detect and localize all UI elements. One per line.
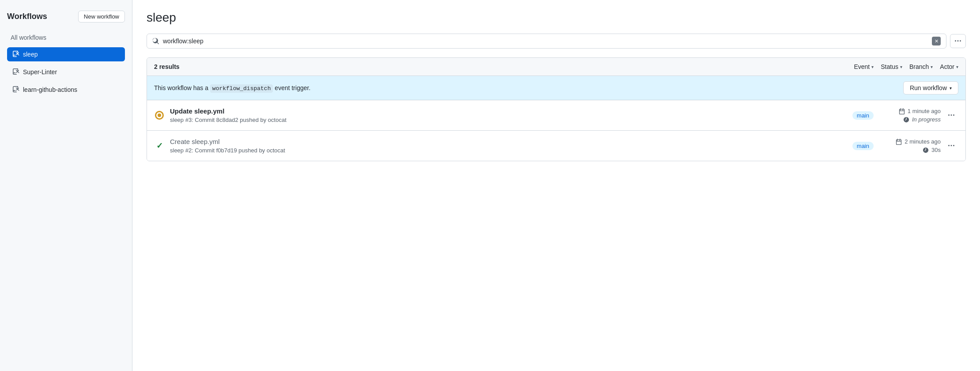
run-time-label: 1 minute ago — [908, 108, 941, 114]
sidebar-item-super-linter[interactable]: Super-Linter — [7, 65, 125, 79]
results-container: 2 results Event ▾ Status ▾ Branch ▾ Acto… — [147, 57, 966, 161]
event-filter-button[interactable]: Event ▾ — [854, 63, 874, 70]
dispatch-text: This workflow has a workflow_dispatch ev… — [154, 84, 310, 92]
sidebar-item-learn-github-actions-label: learn-github-actions — [23, 86, 77, 93]
status-filter-chevron: ▾ — [900, 64, 902, 69]
run-meta: 2 minutes ago 30s — [879, 138, 941, 153]
run-title: Update sleep.yml — [170, 107, 847, 115]
run-title: Create sleep.yml — [170, 138, 847, 145]
in-progress-ring — [155, 111, 164, 120]
actor-filter-chevron: ▾ — [956, 64, 958, 69]
status-filter-label: Status — [881, 63, 898, 70]
sidebar-header: Workflows New workflow — [7, 11, 125, 23]
sidebar-item-sleep[interactable]: sleep — [7, 47, 125, 61]
run-time: 2 minutes ago — [896, 138, 941, 145]
search-icon — [152, 38, 159, 45]
run-subtitle: sleep #3: Commit 8c8dad2 pushed by octoc… — [170, 117, 847, 123]
run-time: 1 minute ago — [899, 108, 941, 114]
run-duration: 30s — [923, 147, 941, 153]
sidebar: Workflows New workflow All workflows sle… — [0, 0, 132, 371]
clock-icon — [903, 117, 909, 123]
status-icon-in-progress — [154, 110, 165, 121]
dispatch-code: workflow_dispatch — [210, 84, 273, 93]
run-status-label: In progress — [912, 116, 941, 123]
workflow-icon — [12, 86, 19, 93]
search-input[interactable] — [163, 38, 928, 45]
results-header: 2 results Event ▾ Status ▾ Branch ▾ Acto… — [147, 58, 965, 76]
dispatch-banner: This workflow has a workflow_dispatch ev… — [147, 76, 965, 100]
run-item[interactable]: ✓ Create sleep.yml sleep #2: Commit f0b7… — [147, 131, 965, 161]
run-status-text: In progress — [903, 116, 941, 123]
run-subtitle: sleep #2: Commit f0b7d19 pushed by octoc… — [170, 147, 847, 154]
run-more-button[interactable] — [944, 140, 958, 151]
branch-filter-button[interactable]: Branch ▾ — [909, 63, 933, 70]
search-clear-button[interactable]: ✕ — [932, 37, 941, 45]
calendar-icon — [899, 108, 905, 114]
branch-filter-chevron: ▾ — [931, 64, 933, 69]
calendar-icon — [896, 139, 902, 145]
search-bar: ✕ — [147, 34, 966, 49]
in-progress-dot — [158, 114, 161, 117]
actor-filter-button[interactable]: Actor ▾ — [940, 63, 958, 70]
stopwatch-icon — [923, 147, 929, 153]
event-filter-chevron: ▾ — [871, 64, 874, 69]
more-options-icon — [948, 142, 955, 149]
search-input-wrapper: ✕ — [147, 34, 946, 49]
branch-filter-label: Branch — [909, 63, 929, 70]
actor-filter-label: Actor — [940, 63, 954, 70]
run-time-label: 2 minutes ago — [905, 138, 941, 145]
workflow-icon — [12, 68, 19, 76]
sidebar-title: Workflows — [7, 12, 47, 21]
new-workflow-button[interactable]: New workflow — [78, 11, 125, 23]
dispatch-text-prefix: This workflow has a — [154, 84, 208, 91]
status-filter-button[interactable]: Status ▾ — [881, 63, 902, 70]
run-meta: 1 minute ago In progress — [879, 108, 941, 123]
sidebar-item-learn-github-actions[interactable]: learn-github-actions — [7, 83, 125, 97]
status-icon-success: ✓ — [154, 140, 165, 151]
success-checkmark: ✓ — [156, 141, 163, 151]
run-duration-label: 30s — [931, 147, 941, 153]
workflow-icon — [12, 51, 19, 58]
all-workflows-link[interactable]: All workflows — [7, 31, 125, 44]
run-item[interactable]: Update sleep.yml sleep #3: Commit 8c8dad… — [147, 100, 965, 131]
page-title: sleep — [147, 11, 966, 25]
run-right: 1 minute ago In progress — [879, 108, 958, 123]
sidebar-item-super-linter-label: Super-Linter — [23, 68, 57, 76]
run-workflow-button[interactable]: Run workflow ▾ — [903, 81, 958, 95]
sidebar-item-sleep-label: sleep — [23, 51, 38, 58]
run-workflow-chevron: ▾ — [950, 86, 952, 91]
run-more-button[interactable] — [944, 110, 958, 121]
main-content: sleep ✕ 2 results Event ▾ — [132, 0, 980, 371]
ellipsis-icon — [954, 38, 961, 45]
event-filter-label: Event — [854, 63, 870, 70]
filter-buttons: Event ▾ Status ▾ Branch ▾ Actor ▾ — [854, 63, 958, 70]
run-branch-badge[interactable]: main — [852, 111, 874, 120]
results-count: 2 results — [154, 63, 180, 70]
more-options-icon — [948, 112, 955, 119]
more-options-button[interactable] — [950, 34, 966, 48]
run-branch-badge[interactable]: main — [852, 142, 874, 150]
dispatch-text-suffix: event trigger. — [275, 84, 310, 91]
run-info: Create sleep.yml sleep #2: Commit f0b7d1… — [170, 138, 847, 154]
run-right: 2 minutes ago 30s — [879, 138, 958, 153]
run-info: Update sleep.yml sleep #3: Commit 8c8dad… — [170, 107, 847, 123]
run-workflow-label: Run workflow — [910, 84, 947, 91]
